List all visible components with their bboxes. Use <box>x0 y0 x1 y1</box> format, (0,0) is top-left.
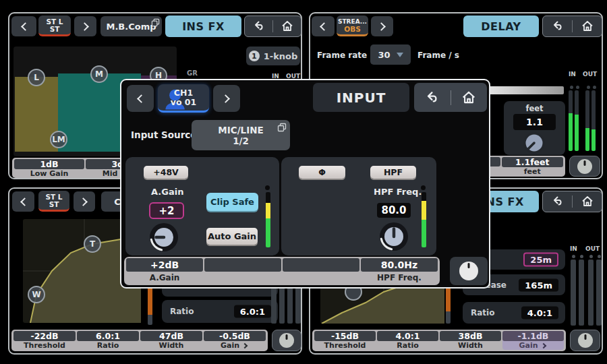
preset-label: M.B.Comp <box>106 22 156 32</box>
param-strip: -15dBThreshold 4.0:1Ratio 38dBWidth -1.1… <box>312 330 566 351</box>
on-knob-button[interactable] <box>272 330 301 351</box>
in-label: IN <box>569 71 576 78</box>
param-seg-3[interactable] <box>283 258 359 284</box>
one-knob-badge-icon: 1 <box>249 51 260 61</box>
param-seg-delay[interactable]: 1.1feetfeet <box>502 157 563 175</box>
meter-peak-dot <box>576 86 579 89</box>
meter-peak-dot <box>570 86 573 89</box>
param-seg-hpffreq[interactable]: 80.0HzHPF Freq. <box>361 258 438 284</box>
on-knob-button[interactable] <box>569 156 600 177</box>
channel-tab[interactable]: ST L ST <box>38 191 69 212</box>
channel-tab-line1: ST L <box>46 18 63 26</box>
divider <box>272 20 273 32</box>
phantom-button[interactable]: +48V <box>144 166 188 179</box>
copy-icon <box>277 123 287 132</box>
band-marker-low[interactable]: L <box>28 69 45 86</box>
prev-channel-button[interactable] <box>12 191 34 212</box>
channel-select-button[interactable]: CH1 vo 01 <box>158 84 209 113</box>
nav-group <box>542 191 602 212</box>
meter-peak-dot <box>580 255 583 258</box>
again-value[interactable]: +2 <box>149 202 184 219</box>
param-seg-width[interactable]: 38dBWidth <box>440 331 501 350</box>
input-source-button[interactable]: MIC/LINE 1/2 <box>192 120 290 150</box>
meter-peak-dot <box>572 255 575 258</box>
hpf-freq-knob[interactable] <box>379 222 409 251</box>
param-seg-width[interactable]: 47dBWidth <box>140 331 202 350</box>
next-channel-button[interactable] <box>213 85 240 112</box>
home-icon[interactable] <box>460 89 478 107</box>
prev-channel-button[interactable] <box>127 85 154 112</box>
hpf-freq-value[interactable]: 80.0 <box>377 203 411 218</box>
channel-tab-line2: ST <box>49 201 59 208</box>
nav-group <box>542 16 602 37</box>
preamp-meter <box>266 192 270 247</box>
param-seg-2[interactable] <box>204 258 281 284</box>
back-icon[interactable] <box>252 19 266 34</box>
frame-unit-label: Frame / s <box>417 51 459 60</box>
param-seg-ratio[interactable]: 6.0:1Ratio <box>77 331 139 350</box>
meter-peak-dot <box>265 185 270 190</box>
hpf-button[interactable]: HPF <box>370 166 416 179</box>
home-icon[interactable] <box>580 19 595 34</box>
param-strip: -22dBThreshold 6.0:1Ratio 47dBWidth -0.5… <box>11 330 268 351</box>
auto-gain-button[interactable]: Auto Gain <box>206 228 258 245</box>
input-popup: CH1 vo 01 INPUT Input Source MIC/LINE 1/… <box>120 79 490 289</box>
attack-value[interactable]: 25m <box>523 253 558 267</box>
ratio-row: Ratio 6.0:1 <box>162 300 278 323</box>
knob-icon <box>577 159 592 174</box>
preamp-section: +48V A.Gain +2 Clip Safe Auto Gain <box>125 157 279 255</box>
param-seg-threshold[interactable]: -15dBThreshold <box>314 331 376 350</box>
ratio-value[interactable]: 6.0:1 <box>234 305 271 318</box>
popup-title: INPUT <box>313 83 409 112</box>
release-value[interactable]: 165m <box>519 278 558 291</box>
prev-channel-button[interactable] <box>11 16 36 36</box>
back-icon[interactable] <box>550 194 565 209</box>
delay-value[interactable]: 1.1 <box>513 114 556 130</box>
frame-rate-dropdown[interactable]: 30 <box>370 44 411 65</box>
band-marker-mid[interactable]: M <box>90 65 108 83</box>
param-seg-lowgain[interactable]: 1dBLow Gain <box>14 159 84 177</box>
on-knob-button[interactable] <box>570 330 600 351</box>
page-title-delay[interactable]: DELAY <box>463 16 539 37</box>
frame-rate-label: Frame rate <box>317 51 367 60</box>
back-icon[interactable] <box>550 19 565 34</box>
channel-tab[interactable]: ST L ST <box>38 16 71 36</box>
back-icon[interactable] <box>424 89 441 107</box>
page-title-insfx[interactable]: INS FX <box>165 16 241 37</box>
param-seg-gain[interactable]: -0.5dBGain <box>204 331 266 350</box>
param-seg-again[interactable]: +2dBA.Gain <box>126 258 203 284</box>
chevron-right-icon <box>80 22 89 31</box>
channel-tab[interactable]: STREA... OBS <box>337 16 368 36</box>
out-meter <box>585 90 589 151</box>
param-seg-threshold[interactable]: -22dBThreshold <box>13 331 76 350</box>
width-marker[interactable]: W <box>28 286 45 303</box>
ratio-label: Ratio <box>471 308 494 317</box>
prev-channel-button[interactable] <box>312 16 335 36</box>
divider <box>572 20 573 32</box>
divider <box>572 195 573 208</box>
delay-knob[interactable] <box>523 132 545 154</box>
next-channel-button[interactable] <box>74 16 96 36</box>
param-seg-gain-selected[interactable]: -1.1dBGain <box>502 331 564 350</box>
param-seg-ratio[interactable]: 4.0:1Ratio <box>377 331 438 350</box>
again-knob[interactable] <box>149 222 179 252</box>
again-label: A.Gain <box>151 187 183 197</box>
home-icon[interactable] <box>280 19 295 34</box>
next-channel-button[interactable] <box>74 191 95 212</box>
in-meter <box>575 90 579 151</box>
meter-peak-dot <box>589 255 593 258</box>
channel-tab-line1: ST L <box>45 193 62 201</box>
on-knob-button[interactable] <box>450 257 488 285</box>
input-source-label: Input Source <box>131 129 197 140</box>
next-channel-button[interactable] <box>371 16 393 36</box>
divider <box>451 90 451 105</box>
clip-safe-button[interactable]: Clip Safe <box>206 193 258 211</box>
band-marker-lowmid[interactable]: LM <box>50 131 67 148</box>
preset-button[interactable]: M.B.Comp <box>100 16 162 36</box>
home-icon[interactable] <box>580 194 595 209</box>
one-knob-button[interactable]: 1 1-knob <box>246 47 300 65</box>
ratio-value[interactable]: 4.0:1 <box>521 307 558 320</box>
phase-button[interactable]: Φ <box>299 166 345 179</box>
threshold-marker[interactable]: T <box>84 235 101 253</box>
chevron-right-icon <box>242 342 248 348</box>
